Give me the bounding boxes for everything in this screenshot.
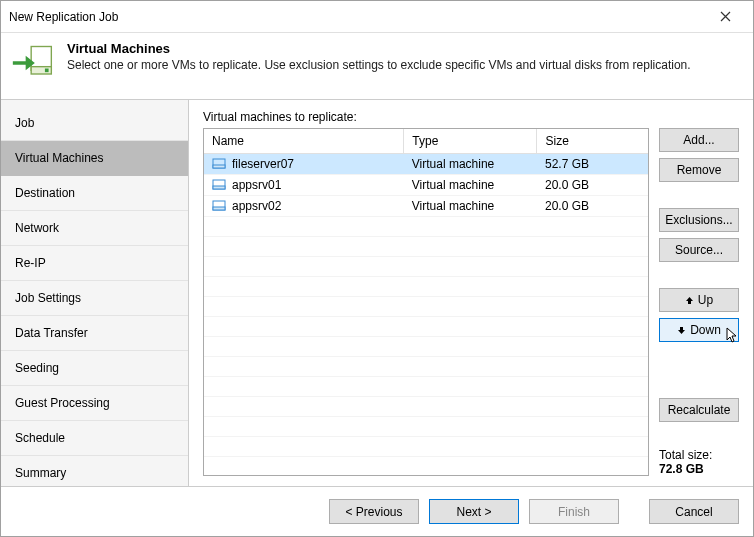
cancel-button[interactable]: Cancel (649, 499, 739, 524)
vm-table-container: Name Type Size fileserver07Virtual machi… (203, 128, 649, 476)
titlebar: New Replication Job (1, 1, 753, 33)
empty-row (204, 357, 648, 377)
empty-row (204, 457, 648, 477)
sidebar-item-seeding[interactable]: Seeding (1, 351, 188, 386)
total-size-label: Total size: (659, 448, 739, 462)
sidebar-item-job-settings[interactable]: Job Settings (1, 281, 188, 316)
col-header-name[interactable]: Name (204, 129, 404, 154)
empty-row (204, 257, 648, 277)
down-label: Down (690, 323, 721, 337)
sidebar-item-virtual-machines[interactable]: Virtual Machines (1, 141, 188, 176)
vm-name: fileserver07 (232, 157, 294, 171)
vm-size: 52.7 GB (537, 154, 648, 175)
empty-row (204, 397, 648, 417)
col-header-type[interactable]: Type (404, 129, 537, 154)
wizard-footer: < Previous Next > Finish Cancel (1, 486, 753, 536)
sidebar-item-guest-processing[interactable]: Guest Processing (1, 386, 188, 421)
table-label: Virtual machines to replicate: (203, 110, 739, 124)
arrow-down-icon (677, 326, 686, 335)
remove-button[interactable]: Remove (659, 158, 739, 182)
sidebar-item-re-ip[interactable]: Re-IP (1, 246, 188, 281)
main-panel: Virtual machines to replicate: Name Type… (189, 100, 753, 486)
sidebar-item-network[interactable]: Network (1, 211, 188, 246)
vm-type: Virtual machine (404, 175, 537, 196)
vm-type: Virtual machine (404, 154, 537, 175)
add-button[interactable]: Add... (659, 128, 739, 152)
vm-table: Name Type Size fileserver07Virtual machi… (204, 129, 648, 476)
vm-icon (212, 178, 226, 192)
empty-row (204, 337, 648, 357)
up-button[interactable]: Up (659, 288, 739, 312)
header-text: Virtual Machines Select one or more VMs … (67, 41, 691, 72)
down-button[interactable]: Down (659, 318, 739, 342)
empty-row (204, 277, 648, 297)
sidebar-item-job[interactable]: Job (1, 106, 188, 141)
wizard-header: Virtual Machines Select one or more VMs … (1, 33, 753, 100)
empty-row (204, 237, 648, 257)
page-title: Virtual Machines (67, 41, 691, 56)
svg-rect-2 (45, 69, 49, 73)
cursor-icon (726, 327, 739, 345)
close-button[interactable] (705, 3, 745, 31)
table-row[interactable]: fileserver07Virtual machine52.7 GB (204, 154, 648, 175)
vm-size: 20.0 GB (537, 175, 648, 196)
empty-row (204, 377, 648, 397)
total-size-block: Total size: 72.8 GB (659, 448, 739, 476)
col-header-size[interactable]: Size (537, 129, 648, 154)
finish-button: Finish (529, 499, 619, 524)
svg-rect-4 (213, 165, 225, 168)
close-icon (720, 11, 731, 22)
empty-row (204, 437, 648, 457)
sidebar-item-summary[interactable]: Summary (1, 456, 188, 486)
window-title: New Replication Job (9, 10, 705, 24)
empty-row (204, 217, 648, 237)
page-subtitle: Select one or more VMs to replicate. Use… (67, 58, 691, 72)
vm-name: appsrv01 (232, 178, 281, 192)
sidebar-item-schedule[interactable]: Schedule (1, 421, 188, 456)
vm-name: appsrv02 (232, 199, 281, 213)
vm-wizard-icon (11, 41, 55, 85)
exclusions-button[interactable]: Exclusions... (659, 208, 739, 232)
sidebar-item-data-transfer[interactable]: Data Transfer (1, 316, 188, 351)
previous-button[interactable]: < Previous (329, 499, 419, 524)
up-label: Up (698, 293, 713, 307)
button-column: Add... Remove Exclusions... Source... Up… (659, 128, 739, 476)
svg-rect-6 (213, 186, 225, 189)
sidebar-item-destination[interactable]: Destination (1, 176, 188, 211)
empty-row (204, 297, 648, 317)
total-size-value: 72.8 GB (659, 462, 739, 476)
svg-rect-8 (213, 207, 225, 210)
arrow-up-icon (685, 296, 694, 305)
sidebar: JobVirtual MachinesDestinationNetworkRe-… (1, 100, 189, 486)
wizard-body: JobVirtual MachinesDestinationNetworkRe-… (1, 100, 753, 486)
main-row: Name Type Size fileserver07Virtual machi… (203, 128, 739, 476)
table-row[interactable]: appsrv02Virtual machine20.0 GB (204, 196, 648, 217)
vm-icon (212, 199, 226, 213)
empty-row (204, 417, 648, 437)
wizard-window: New Replication Job Virtual Machines Sel… (0, 0, 754, 537)
recalculate-button[interactable]: Recalculate (659, 398, 739, 422)
empty-row (204, 317, 648, 337)
table-row[interactable]: appsrv01Virtual machine20.0 GB (204, 175, 648, 196)
vm-size: 20.0 GB (537, 196, 648, 217)
vm-icon (212, 157, 226, 171)
next-button[interactable]: Next > (429, 499, 519, 524)
vm-type: Virtual machine (404, 196, 537, 217)
source-button[interactable]: Source... (659, 238, 739, 262)
